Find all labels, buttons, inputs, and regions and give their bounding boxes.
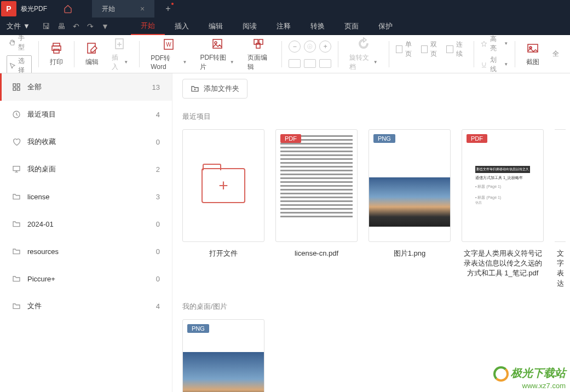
menu-protect[interactable]: 保护 [369,18,402,35]
svg-rect-16 [13,88,16,90]
sidebar-item-label: resources [27,247,59,256]
add-folder-label: 添加文件夹 [204,84,239,94]
menu-page[interactable]: 页面 [335,18,369,35]
pdf-to-image-tool[interactable]: PDF转图片▼ [195,35,238,73]
ribbon: 手型 选择 打印 编辑 插入▼ W PDF转Word▼ P [0,35,570,73]
tab-start[interactable]: 开始 × [92,0,154,18]
sidebar-item-recent[interactable]: 最近项目 4 [0,101,172,128]
home-icon [64,4,72,13]
menu-annotate[interactable]: 注释 [267,18,301,35]
fit-width[interactable] [289,59,301,68]
sidebar-item-label: 我的收藏 [27,137,56,147]
continuous-icon [446,45,453,53]
page-edit-icon [252,37,266,51]
thumb-caption: 图片1.png [394,249,426,258]
zoom-fit[interactable]: ⦾ [304,41,316,53]
screenshot-icon [526,41,539,55]
watermark-logo-icon [493,366,509,382]
quick-access-toolbar: 🖫 🖶 ↶ ↷ ▼ [37,22,114,31]
screenshot-tool[interactable]: 截图 [522,39,544,69]
print-icon[interactable]: 🖶 [57,22,65,31]
printer-icon [50,41,63,55]
sidebar-item-2024-01[interactable]: 2024-01 0 [0,210,172,238]
sidebar-item-count: 4 [156,111,160,119]
image-preview [369,177,450,227]
doc-preview [276,130,357,241]
clock-icon [12,110,22,119]
sidebar-item-count: 4 [156,302,160,310]
rotate-icon [357,37,370,51]
zoom-in[interactable]: + [319,41,331,53]
watermark-name: 极光下载站 [493,366,566,382]
rotate-doc-tool[interactable]: 旋转文档▼ [345,35,382,73]
folder-icon [12,192,22,201]
thumb-desktop-image[interactable]: PNG [182,319,264,392]
menu-start[interactable]: 开始 [131,18,165,35]
single-page-icon [396,45,402,53]
thumb-license-pdf[interactable]: PDF license-cn.pdf [275,129,358,289]
hand-tool[interactable]: 手型 [7,35,32,53]
menu-edit[interactable]: 编辑 [199,18,233,35]
thumb-open-file[interactable]: 打开文件 [182,129,264,289]
double-page-mode[interactable]: 双页 [421,40,442,59]
folder-plus-graphic [201,168,245,203]
sidebar-item-all[interactable]: 全部 13 [0,73,172,101]
sidebar-item-piccure[interactable]: Piccure+ 0 [0,265,172,292]
menu-insert[interactable]: 插入 [165,18,199,35]
single-page-mode[interactable]: 单页 [396,40,417,59]
monitor-icon [12,165,22,174]
fit-page[interactable] [304,59,316,68]
thumb-partial[interactable]: 文字表达 [555,129,566,289]
print-tool[interactable]: 打印 [45,39,67,69]
menu-convert[interactable]: 转换 [301,18,335,35]
continuous-mode[interactable]: 连续 [446,40,467,59]
view-modes3: 连续 x [446,40,467,68]
menu-read[interactable]: 阅读 [233,18,267,35]
highlight-tool[interactable]: 高亮▼ [481,35,508,53]
thumb-caption: 打开文件 [209,249,238,258]
zoom-out[interactable]: − [289,41,301,53]
tab-start-label: 开始 [102,4,115,14]
svg-rect-19 [13,166,20,171]
file-menu[interactable]: 文件 ▼ [0,21,37,31]
undo-icon[interactable]: ↶ [73,22,79,31]
sidebar-item-count: 0 [156,247,160,256]
edit-icon [85,41,99,55]
edit-tool[interactable]: 编辑 [81,39,103,69]
sidebar-item-count: 3 [156,193,160,201]
thumb-notes-pdf[interactable]: PDF 那些文件等归类移动出信息以传之久 通信方式加工具 1_比较略年 • 标题… [462,129,544,289]
svg-rect-14 [13,84,16,87]
sidebar-item-resources[interactable]: resources 0 [0,238,172,265]
page-edit-tool[interactable]: 页面编辑 [243,35,275,73]
app-name: 极光PDF [21,4,47,14]
tab-home[interactable] [54,0,82,18]
select-tools: 手型 选择 [7,35,32,73]
svg-rect-17 [17,88,20,90]
sidebar-item-files[interactable]: 文件 4 [0,292,172,320]
thumb-image1[interactable]: PNG 图片1.png [369,129,451,289]
save-icon[interactable]: 🖫 [42,22,50,31]
close-tab-icon[interactable]: × [140,4,145,13]
new-tab-button[interactable]: + [165,4,170,14]
main-area: 全部 13 最近项目 4 我的收藏 0 我的桌面 2 license 3 202… [0,73,570,392]
sidebar-item-favorites[interactable]: 我的收藏 0 [0,128,172,155]
sidebar-item-license[interactable]: license 3 [0,183,172,210]
all-tool[interactable]: 全 [548,47,563,61]
pdf-to-word-tool[interactable]: W PDF转Word▼ [146,35,191,73]
folder-icon [12,220,22,228]
app-logo: P [1,1,16,16]
qat-dropdown-icon[interactable]: ▼ [101,22,109,31]
select-tool[interactable]: 选择 [7,55,32,74]
underline-tool[interactable]: 划线▼ [481,55,508,74]
png-badge: PNG [187,324,209,333]
sidebar-item-desktop[interactable]: 我的桌面 2 [0,155,172,183]
sidebar-item-count: 13 [152,83,160,91]
redo-icon[interactable]: ↷ [87,22,94,31]
insert-tool[interactable]: 插入▼ [107,35,133,73]
chevron-down-icon: ▼ [23,22,30,30]
content-area: 添加文件夹 最近项目 打开文件 PDF license-cn.pdf PNG [172,73,570,392]
desktop-section-title: 我的桌面/图片 [182,302,570,312]
add-folder-button[interactable]: 添加文件夹 [182,79,247,99]
title-bar: P 极光PDF 开始 × + [0,0,570,18]
fit-actual[interactable] [319,59,331,68]
